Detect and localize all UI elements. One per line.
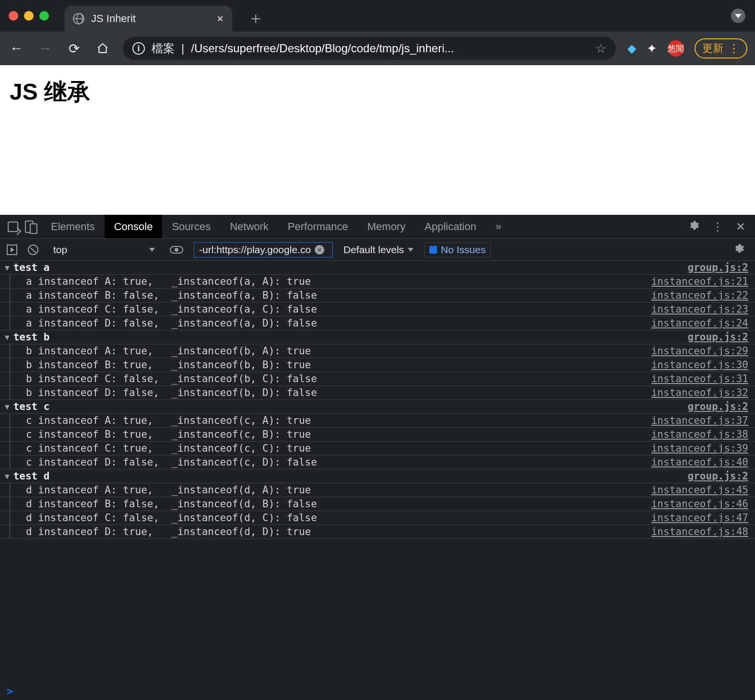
log-source-link[interactable]: instanceof.js:30 [651,359,748,371]
live-expression-icon[interactable] [7,245,17,255]
console-log-row[interactable]: d instanceof C: false, _instanceof(d, C)… [0,511,755,525]
console-group-header[interactable]: ▼test agroup.js:2 [0,261,755,275]
eye-icon[interactable] [170,246,183,254]
new-tab-button[interactable]: ＋ [248,7,264,29]
log-message: c instanceof C: true, _instanceof(c, C):… [26,443,311,454]
settings-gear-icon[interactable] [688,220,699,234]
devtools-tab-console[interactable]: Console [105,215,163,238]
console-log-row[interactable]: a instanceof B: false, _instanceof(a, B)… [0,289,755,303]
log-source-link[interactable]: instanceof.js:47 [651,512,748,524]
console-settings-gear-icon[interactable] [733,243,748,257]
log-source-link[interactable]: instanceof.js:21 [651,276,748,287]
console-filter-input[interactable]: -url:https://play.google.co × [194,242,333,257]
log-source-link[interactable]: instanceof.js:46 [651,498,748,510]
console-log-row[interactable]: d instanceof A: true, _instanceof(d, A):… [0,483,755,497]
console-group-header[interactable]: ▼test dgroup.js:2 [0,469,755,483]
address-bar[interactable]: i 檔案 | /Users/superfree/Desktop/Blog/cod… [123,37,616,60]
devtools-tab-sources[interactable]: Sources [162,215,220,238]
console-log-row[interactable]: b instanceof A: true, _instanceof(b, A):… [0,344,755,358]
log-source-link[interactable]: instanceof.js:24 [651,317,748,329]
log-message: b instanceof B: true, _instanceof(b, B):… [26,359,311,371]
update-button[interactable]: 更新 ⋮ [695,38,747,58]
log-source-link[interactable]: instanceof.js:39 [651,443,748,454]
log-source-link[interactable]: instanceof.js:32 [651,387,748,398]
log-source-link[interactable]: instanceof.js:40 [651,456,748,468]
window-zoom-button[interactable] [39,11,49,21]
disclosure-triangle-icon: ▼ [5,472,10,481]
globe-icon [73,13,84,24]
back-button[interactable]: ← [8,41,25,56]
devtools-tab-application[interactable]: Application [415,215,486,238]
browser-tab[interactable]: JS Inherit × [64,6,232,32]
issues-button[interactable]: No Issues [424,242,491,257]
devtools-tab-elements[interactable]: Elements [41,215,105,238]
console-log-row[interactable]: c instanceof C: true, _instanceof(c, C):… [0,442,755,455]
log-source-link[interactable]: instanceof.js:22 [651,290,748,301]
tab-close-icon[interactable]: × [217,12,224,25]
log-message: c instanceof B: true, _instanceof(c, B):… [26,429,311,440]
log-source-link[interactable]: instanceof.js:45 [651,484,748,496]
console-log-row[interactable]: b instanceof D: false, _instanceof(b, D)… [0,386,755,400]
window-minimize-button[interactable] [24,11,34,21]
console-log-row[interactable]: a instanceof A: true, _instanceof(a, A):… [0,275,755,289]
devtools-tab-memory[interactable]: Memory [358,215,415,238]
log-source-link[interactable]: instanceof.js:23 [651,303,748,315]
log-message: b instanceof C: false, _instanceof(b, C)… [26,373,317,385]
home-button[interactable] [94,42,111,55]
devtools-tab-network[interactable]: Network [220,215,278,238]
bookmark-star-icon[interactable]: ☆ [595,41,606,56]
console-log-row[interactable]: c instanceof D: false, _instanceof(c, D)… [0,455,755,469]
clear-console-icon[interactable] [28,245,38,255]
group-source-link[interactable]: group.js:2 [688,470,748,482]
context-label: top [53,244,67,256]
devtools-tab-performance[interactable]: Performance [278,215,358,238]
devtools-close-icon[interactable]: ✕ [736,220,745,233]
caret-down-icon [149,248,155,252]
console-log-row[interactable]: a instanceof D: false, _instanceof(a, D)… [0,316,755,330]
log-source-link[interactable]: instanceof.js:31 [651,373,748,385]
forward-button[interactable]: → [36,41,54,56]
log-source-link[interactable]: instanceof.js:37 [651,415,748,426]
group-source-link[interactable]: group.js:2 [688,262,748,273]
url-separator: | [181,42,184,55]
console-group-header[interactable]: ▼test cgroup.js:2 [0,400,755,414]
log-message: b instanceof A: true, _instanceof(b, A):… [26,345,311,357]
log-source-link[interactable]: instanceof.js:29 [651,345,748,357]
device-toolbar-icon[interactable] [25,221,34,233]
extensions-menu-icon[interactable]: ✦ [647,41,657,56]
url-text: /Users/superfree/Desktop/Blog/code/tmp/j… [191,42,589,55]
console-group-header[interactable]: ▼test bgroup.js:2 [0,330,755,344]
devtools-panel: ElementsConsoleSourcesNetworkPerformance… [0,215,755,700]
disclosure-triangle-icon: ▼ [5,402,10,411]
console-output[interactable]: ▼test agroup.js:2a instanceof A: true, _… [0,261,755,682]
console-toolbar: top -url:https://play.google.co × Defaul… [0,239,755,261]
clear-filter-icon[interactable]: × [315,245,324,255]
console-log-row[interactable]: c instanceof B: true, _instanceof(c, B):… [0,428,755,442]
group-source-link[interactable]: group.js:2 [688,401,748,412]
group-title: test d [13,470,50,482]
profile-menu-button[interactable] [731,9,745,23]
console-log-row[interactable]: d instanceof D: true, _instanceof(d, D):… [0,525,755,539]
site-info-icon[interactable]: i [132,42,145,55]
console-log-row[interactable]: c instanceof A: true, _instanceof(c, A):… [0,414,755,428]
console-log-row[interactable]: a instanceof C: false, _instanceof(a, C)… [0,303,755,316]
window-close-button[interactable] [9,11,18,21]
console-log-row[interactable]: b instanceof B: true, _instanceof(b, B):… [0,358,755,372]
group-source-link[interactable]: group.js:2 [688,331,748,343]
inspect-element-icon[interactable] [8,222,18,232]
extension-badge[interactable]: 悠閒 [668,40,684,57]
extension-diamond-icon[interactable]: ◆ [627,42,636,55]
more-tabs-button[interactable]: » [486,215,511,238]
console-log-row[interactable]: b instanceof C: false, _instanceof(b, C)… [0,372,755,386]
log-source-link[interactable]: instanceof.js:38 [651,429,748,440]
log-levels-select[interactable]: Default levels [343,244,413,256]
log-source-link[interactable]: instanceof.js:48 [651,526,748,537]
log-message: d instanceof C: false, _instanceof(d, C)… [26,512,317,524]
log-message: a instanceof B: false, _instanceof(a, B)… [26,290,317,301]
caret-down-icon [408,248,413,252]
devtools-kebab-icon[interactable]: ⋮ [712,220,723,233]
reload-button[interactable]: ⟳ [65,41,83,57]
console-log-row[interactable]: d instanceof B: false, _instanceof(d, B)… [0,497,755,511]
execution-context-select[interactable]: top [49,243,159,257]
console-prompt[interactable]: > [0,682,755,700]
